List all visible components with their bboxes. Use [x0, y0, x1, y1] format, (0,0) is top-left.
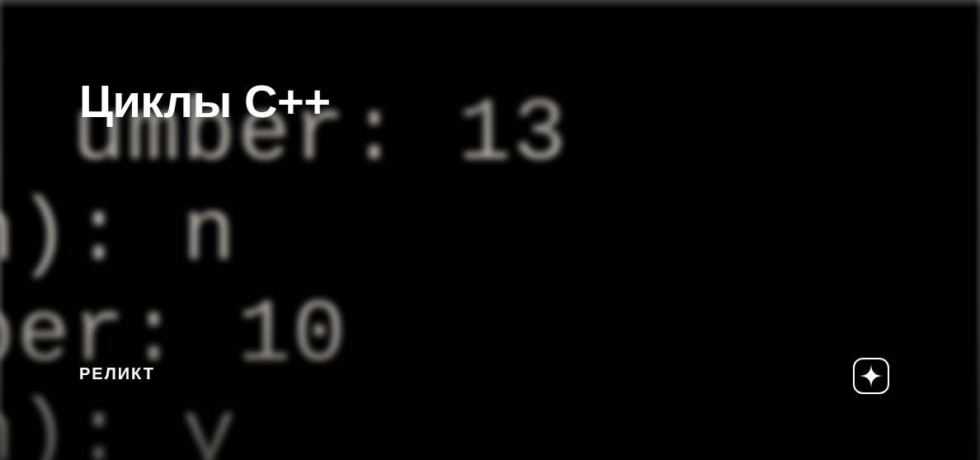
- terminal-line-4: y/n): y: [0, 386, 238, 460]
- article-title: Циклы C++: [79, 74, 330, 128]
- zen-icon[interactable]: [853, 358, 889, 394]
- star-icon: [859, 364, 883, 388]
- terminal-text: umber: 13 y/n): n umber: 10 y/n): y ge v…: [0, 0, 733, 460]
- terminal-background: umber: 13 y/n): n umber: 10 y/n): y ge v…: [0, 0, 980, 460]
- terminal-line-3: umber: 10: [0, 285, 347, 386]
- terminal-line-2: y/n): n: [0, 185, 238, 285]
- channel-name[interactable]: РЕЛИКТ: [79, 364, 155, 383]
